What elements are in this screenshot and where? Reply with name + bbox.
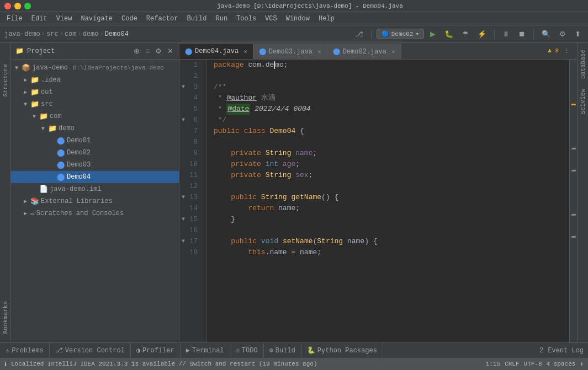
tab-demo02[interactable]: ⬤ Demo02.java ✕: [327, 44, 401, 59]
cursor-position[interactable]: 1:15: [486, 361, 500, 367]
tree-item-demo01[interactable]: ▶ ⬤ Demo01: [11, 135, 179, 147]
bookmarks-tab[interactable]: Bookmarks: [1, 297, 10, 338]
tab-close-button[interactable]: ✕: [317, 48, 321, 55]
panel-settings-button[interactable]: ⚙: [154, 46, 163, 56]
tree-item-iml[interactable]: ▶ 📄 java-demo.iml: [11, 183, 179, 195]
menu-window[interactable]: Window: [282, 14, 314, 24]
expand-arrow: ▼: [22, 101, 29, 108]
problems-tab[interactable]: ⚠ Problems: [0, 343, 50, 358]
stop-button[interactable]: ⏹: [516, 28, 528, 40]
more-run-button[interactable]: ⚡: [475, 28, 489, 40]
todo-label: TODO: [242, 347, 258, 355]
profiler-tab[interactable]: ◑ Profiler: [131, 343, 181, 358]
push-icon[interactable]: ⬆: [580, 361, 584, 368]
breadcrumb-demo[interactable]: demo: [83, 30, 99, 38]
search-everywhere-button[interactable]: 🔍: [539, 28, 553, 40]
minimize-button[interactable]: [14, 3, 21, 9]
breadcrumb-file[interactable]: Demo04: [105, 30, 129, 38]
version-control-icon: ⎇: [55, 346, 63, 355]
gutter-8: 8: [179, 137, 202, 148]
bottom-right: 2 Event Log: [539, 347, 588, 355]
panel-close-button[interactable]: ✕: [166, 46, 174, 56]
menu-help[interactable]: Help: [314, 14, 339, 24]
menu-build[interactable]: Build: [182, 14, 211, 24]
maximize-button[interactable]: [24, 3, 31, 9]
breadcrumb-project[interactable]: java-demo: [4, 30, 40, 38]
tab-settings-button[interactable]: ⋮: [561, 46, 573, 56]
left-side-tabs: Structure Bookmarks: [0, 43, 11, 342]
menu-file[interactable]: File: [2, 14, 27, 24]
fold-arrow[interactable]: ▼: [182, 214, 185, 225]
tab-close-button[interactable]: ✕: [391, 48, 395, 55]
menu-run[interactable]: Run: [211, 14, 232, 24]
tree-item-root[interactable]: ▼ 📦 java-demo D:\IdeaProjects\java-demo: [11, 62, 179, 74]
menu-tools[interactable]: Tools: [232, 14, 261, 24]
title-bar: java-demo [D:\IdeaProjects\java-demo] - …: [0, 0, 588, 12]
breadcrumb: java-demo › src › com › demo › Demo04: [4, 30, 350, 38]
breadcrumb-src[interactable]: src: [46, 30, 59, 38]
menu-navigate[interactable]: Navigate: [76, 14, 117, 24]
menu-view[interactable]: View: [52, 14, 77, 24]
coverage-button[interactable]: ☂: [459, 28, 472, 40]
tree-item-out[interactable]: ▶ 📁 out: [11, 86, 179, 98]
tab-demo04[interactable]: ⬤ Demo04.java ✕: [179, 44, 253, 59]
sciview-tab[interactable]: SciView: [579, 84, 587, 119]
window-controls[interactable]: [4, 3, 31, 9]
terminal-tab[interactable]: ▶ Terminal: [181, 343, 230, 358]
tree-item-demo03[interactable]: ▶ ⬤ Demo03: [11, 159, 179, 171]
fold-arrow[interactable]: ▼: [182, 115, 185, 126]
project-panel: 📁 Project ⊕ ≡ ⚙ ✕ ▼ 📦 java-demo D:\IdeaP…: [11, 43, 179, 342]
code-line-16: [207, 225, 569, 236]
tree-item-src[interactable]: ▼ 📁 src: [11, 98, 179, 110]
java-icon: ⬤: [57, 136, 65, 145]
tab-demo03[interactable]: ⬤ Demo03.java ✕: [253, 44, 327, 59]
debug-button[interactable]: 🐛: [442, 28, 456, 40]
run-config-selector[interactable]: 🔵 Demo02 ▾: [377, 29, 424, 39]
suspend-button[interactable]: ⏸: [500, 28, 512, 40]
dropdown-icon: ▾: [415, 30, 419, 37]
menu-refactor[interactable]: Refactor: [142, 14, 183, 24]
update-button[interactable]: ⬆: [572, 28, 584, 40]
event-log-label[interactable]: Event Log: [548, 347, 584, 355]
menu-edit[interactable]: Edit: [27, 14, 52, 24]
database-tab[interactable]: Database: [579, 45, 587, 83]
tab-close-button[interactable]: ✕: [243, 48, 247, 55]
menu-vcs[interactable]: VCS: [261, 14, 282, 24]
todo-tab[interactable]: ☑ TODO: [230, 343, 264, 358]
tree-path: D:\IdeaProjects\java-demo: [73, 65, 164, 71]
fold-arrow[interactable]: ▼: [182, 192, 185, 203]
problems-icon: ⚠: [6, 346, 9, 355]
close-button[interactable]: [4, 3, 11, 9]
breadcrumb-com[interactable]: com: [65, 30, 77, 38]
code-editor[interactable]: package com.demo; /** * @author 水滴 * @da…: [207, 60, 569, 342]
code-line-5: * @date 2022/4/4 0004: [207, 104, 569, 115]
settings-button[interactable]: ⚙: [557, 28, 569, 40]
fold-arrow[interactable]: ▼: [182, 82, 185, 93]
tree-item-scratches[interactable]: ▶ ✏ Scratches and Consoles: [11, 207, 179, 219]
menu-code[interactable]: Code: [117, 14, 142, 24]
line-ending[interactable]: CRLF: [505, 361, 519, 367]
python-packages-tab[interactable]: 🐍 Python Packages: [301, 343, 383, 358]
version-control-tab[interactable]: ⎇ Version Control: [50, 343, 131, 358]
panel-collapse-button[interactable]: ≡: [144, 46, 151, 56]
tree-item-idea[interactable]: ▶ 📁 .idea: [11, 74, 179, 86]
build-tab[interactable]: ⚙ Build: [264, 343, 301, 358]
notification-icon: ℹ: [4, 361, 7, 368]
expand-arrow: ▶: [22, 89, 29, 95]
iml-icon: 📄: [39, 185, 48, 194]
editor-area: ⬤ Demo04.java ✕ ⬤ Demo03.java ✕ ⬤ Demo02…: [179, 43, 577, 342]
tree-item-demo04[interactable]: ▶ ⬤ Demo04: [11, 171, 179, 183]
tree-item-ext-libs[interactable]: ▶ 📚 External Libraries: [11, 195, 179, 207]
tree-item-demo[interactable]: ▼ 📁 demo: [11, 122, 179, 135]
encoding[interactable]: UTF-8: [524, 361, 542, 367]
structure-tab[interactable]: Structure: [1, 60, 10, 101]
indent[interactable]: 4 spaces: [547, 361, 576, 367]
fold-arrow[interactable]: ▼: [182, 236, 185, 247]
tree-item-demo02[interactable]: ▶ ⬤ Demo02: [11, 147, 179, 159]
run-button[interactable]: ▶: [427, 28, 438, 40]
vcs-button[interactable]: ⎇: [352, 28, 366, 40]
tree-item-com[interactable]: ▼ 📁 com: [11, 110, 179, 122]
panel-add-button[interactable]: ⊕: [133, 46, 141, 56]
scroll-indicator[interactable]: [569, 60, 577, 342]
notification-text: Localized IntelliJ IDEA 2021.3.3 is avai…: [11, 361, 481, 367]
